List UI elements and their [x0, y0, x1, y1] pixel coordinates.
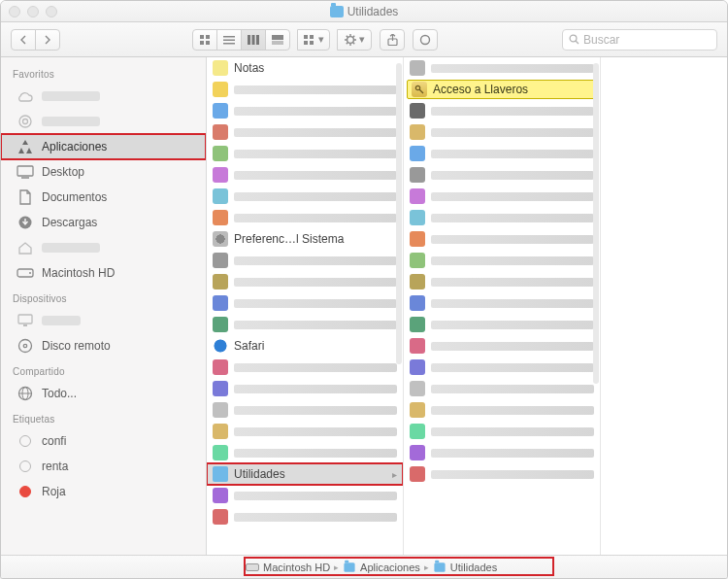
sidebar-item-label [42, 243, 100, 253]
list-item-safari[interactable]: Safari [207, 335, 403, 357]
list-item-keychain-access[interactable]: Acceso a Llaveros [407, 80, 597, 99]
row-label [234, 406, 397, 415]
list-item[interactable] [207, 186, 403, 207]
sidebar-item-documents[interactable]: Documentos [1, 185, 206, 210]
list-item[interactable] [404, 357, 600, 378]
search-field[interactable]: Buscar [562, 29, 717, 51]
svg-rect-6 [223, 43, 235, 45]
svg-rect-32 [17, 166, 33, 176]
sidebar-section-favorites: Favoritos [1, 61, 206, 84]
list-item[interactable] [207, 314, 403, 335]
sidebar-item-downloads[interactable]: Descargas [1, 210, 206, 235]
list-item[interactable] [207, 506, 403, 528]
sidebar-tag-confi[interactable]: confi [1, 428, 206, 454]
row-label [234, 107, 397, 116]
zoom-window-button[interactable] [46, 6, 57, 17]
coverflow-view-button[interactable] [265, 29, 290, 51]
svg-rect-37 [18, 315, 32, 324]
list-item[interactable] [404, 442, 600, 463]
back-button[interactable] [11, 29, 36, 51]
list-item[interactable] [207, 271, 403, 292]
list-item[interactable] [404, 463, 600, 485]
app-icon [213, 317, 228, 332]
share-button[interactable] [380, 29, 405, 51]
list-item[interactable] [207, 143, 403, 164]
list-item[interactable] [404, 314, 600, 335]
svg-rect-15 [304, 41, 308, 45]
row-label: Preferenc…l Sistema [234, 232, 391, 246]
list-item[interactable] [207, 250, 403, 271]
list-item[interactable] [207, 79, 403, 100]
minimize-window-button[interactable] [27, 6, 39, 17]
sidebar-tag-renta[interactable]: renta [1, 454, 206, 479]
scrollbar[interactable] [396, 63, 402, 364]
app-icon [410, 402, 425, 418]
tags-button[interactable] [413, 29, 438, 51]
list-view-button[interactable] [216, 29, 242, 51]
search-icon [569, 34, 579, 45]
list-item[interactable] [207, 442, 403, 463]
app-icon [213, 381, 228, 396]
list-item[interactable] [207, 485, 403, 506]
list-item[interactable] [207, 357, 403, 378]
sidebar-item-blurred[interactable] [1, 109, 206, 134]
list-item[interactable] [404, 335, 600, 357]
svg-point-36 [29, 272, 31, 274]
list-item-notas[interactable]: Notas [207, 57, 403, 79]
list-item[interactable] [404, 186, 600, 207]
list-item[interactable] [404, 57, 600, 79]
list-item[interactable] [404, 271, 600, 292]
arrange-button[interactable]: ▾ [297, 29, 330, 51]
sidebar-item-label: Aplicaciones [42, 140, 107, 153]
action-button[interactable]: ▾ [337, 29, 372, 51]
sidebar-item-macintosh-hd[interactable]: Macintosh HD [1, 260, 206, 286]
column-applications[interactable]: NotasPreferenc…l SistemaSafariUtilidades… [207, 57, 404, 555]
list-item[interactable] [404, 228, 600, 250]
list-item[interactable] [404, 421, 600, 442]
forward-button[interactable] [35, 29, 60, 51]
app-icon [213, 210, 228, 225]
sidebar-item-all-shared[interactable]: Todo... [1, 381, 206, 406]
list-item[interactable] [207, 421, 403, 442]
column-utilities[interactable]: Acceso a Llaveros [404, 57, 601, 555]
icon-view-button[interactable] [192, 29, 217, 51]
app-icon [410, 445, 425, 460]
list-item[interactable] [207, 100, 403, 121]
list-item[interactable] [207, 164, 403, 186]
list-item[interactable] [207, 207, 403, 228]
scrollbar[interactable] [593, 63, 599, 384]
sidebar-item-remote-disc[interactable]: Disco remoto [1, 333, 206, 358]
column-view-button[interactable] [241, 29, 266, 51]
row-label [234, 427, 397, 436]
list-item[interactable] [404, 121, 600, 143]
list-item[interactable] [207, 121, 403, 143]
sidebar-item-blurred[interactable] [1, 308, 206, 333]
list-item-utilities[interactable]: Utilidades▸ [207, 463, 403, 485]
sidebar-item-applications[interactable]: Aplicaciones [1, 134, 206, 159]
sidebar-tag-roja[interactable]: Roja [1, 479, 206, 504]
list-item-system-preferences[interactable]: Preferenc…l Sistema [207, 228, 403, 250]
row-label: Acceso a Llaveros [433, 83, 592, 96]
sidebar-item-blurred[interactable] [1, 84, 206, 109]
list-item[interactable] [404, 399, 600, 421]
svg-rect-8 [252, 35, 255, 45]
app-icon [213, 146, 228, 161]
list-item[interactable] [404, 250, 600, 271]
app-icon [213, 60, 228, 76]
close-window-button[interactable] [9, 6, 20, 17]
sidebar-section-shared: Compartido [1, 358, 206, 381]
row-label: Safari [234, 339, 397, 353]
list-item[interactable] [404, 207, 600, 228]
list-item[interactable] [404, 164, 600, 186]
list-item[interactable] [404, 100, 600, 121]
list-item[interactable] [207, 399, 403, 421]
list-item[interactable] [404, 143, 600, 164]
row-label [431, 321, 594, 329]
list-item[interactable] [207, 378, 403, 399]
sidebar-item-desktop[interactable]: Desktop [1, 159, 206, 185]
list-item[interactable] [404, 292, 600, 314]
app-icon [410, 295, 425, 311]
sidebar-item-blurred[interactable] [1, 235, 206, 260]
list-item[interactable] [207, 292, 403, 314]
list-item[interactable] [404, 378, 600, 399]
